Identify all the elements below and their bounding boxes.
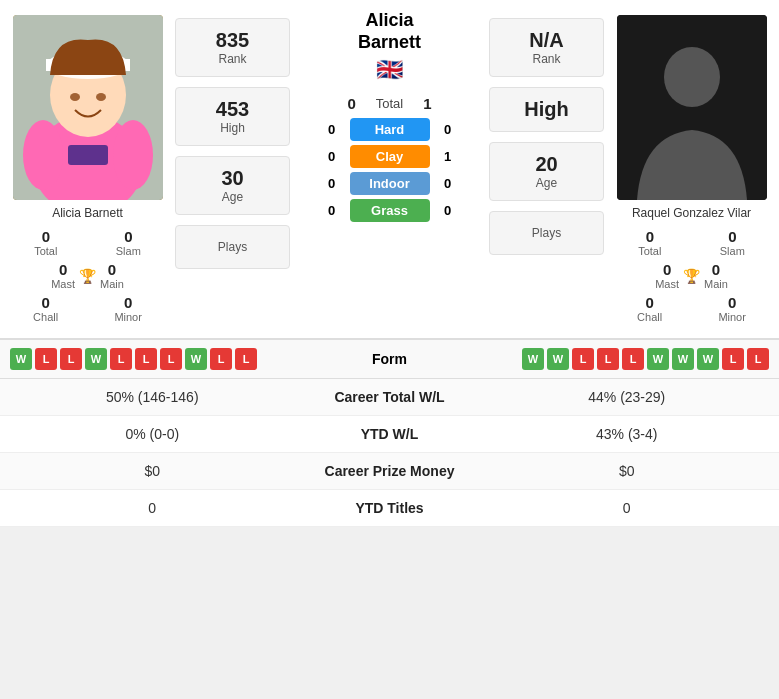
player-right-chall-row: 0 Chall 0 Minor [609,294,774,323]
stats-center-label: YTD Titles [290,500,490,516]
right-plays-box: Plays [489,211,604,255]
player-right-trophy-row: 0 Mast 🏆 0 Main [609,261,774,290]
form-badge-right: W [672,348,694,370]
form-badge-left: L [110,348,132,370]
svg-point-9 [113,120,153,190]
form-badge-left: L [210,348,232,370]
form-badge-left: L [160,348,182,370]
form-badge-right: L [722,348,744,370]
player-right-mast: 0 Mast [655,261,679,290]
form-badge-right: L [597,348,619,370]
player-left-photo [13,15,163,200]
player-left: Alicia Barnett 0 Total 0 Slam 0 Mast [0,10,175,328]
stats-left-value: $0 [15,463,290,479]
right-stats-box: N/A Rank High 20 Age Plays [489,10,604,328]
player-left-trophy-row: 0 Mast 🏆 0 Main [5,261,170,290]
form-right: WWLLLWWWLL [458,348,770,370]
stats-center-label: Career Total W/L [290,389,490,405]
stats-table-row: 50% (146-146)Career Total W/L44% (23-29) [0,379,779,416]
clay-btn[interactable]: Clay [350,145,430,168]
stats-table-row: 0% (0-0)YTD W/L43% (3-4) [0,416,779,453]
player-left-stats: 0 Total 0 Slam 0 Mast 🏆 0 [5,228,170,323]
left-plays-box: Plays [175,225,290,269]
trophy-icon-left: 🏆 [79,268,96,284]
form-badge-right: L [622,348,644,370]
stats-table: 50% (146-146)Career Total W/L44% (23-29)… [0,379,779,527]
svg-point-7 [96,93,106,101]
player-left-slam: 0 Slam [116,228,141,257]
stats-left-value: 0% (0-0) [15,426,290,442]
form-badge-right: L [572,348,594,370]
stats-right-value: 0 [490,500,765,516]
svg-point-6 [70,93,80,101]
right-rank-box: N/A Rank [489,18,604,77]
player-right-photo [617,15,767,200]
player-left-mast: 0 Mast [51,261,75,290]
player-right-slam: 0 Slam [720,228,745,257]
left-high-box: 453 High [175,87,290,146]
player-right-total: 0 Total [638,228,661,257]
form-badge-left: L [35,348,57,370]
main-container: Alicia Barnett 0 Total 0 Slam 0 Mast [0,0,779,527]
form-badge-left: W [85,348,107,370]
center-section: Alicia Barnett 🇬🇧 0 Total 1 0 Hard 0 [290,10,489,328]
player-left-chall-row: 0 Chall 0 Minor [5,294,170,323]
player-right-minor: 0 Minor [718,294,746,323]
player-left-chall: 0 Chall [33,294,58,323]
hard-btn[interactable]: Hard [350,118,430,141]
svg-point-8 [23,120,63,190]
hard-row: 0 Hard 0 [295,118,484,141]
player-left-main: 0 Main [100,261,124,290]
left-stats-box: 835 Rank 453 High 30 Age Plays [175,10,290,328]
stats-right-value: 44% (23-29) [490,389,765,405]
right-high-box: High [489,87,604,132]
form-badge-left: W [185,348,207,370]
player-left-name-center: Alicia Barnett [358,10,421,53]
player-left-minor: 0 Minor [114,294,142,323]
form-badge-left: L [135,348,157,370]
form-badge-right: L [747,348,769,370]
right-age-box: 20 Age [489,142,604,201]
player-right-chall: 0 Chall [637,294,662,323]
player-right-stats: 0 Total 0 Slam 0 Mast 🏆 0 [609,228,774,323]
left-age-box: 30 Age [175,156,290,215]
form-left: WLLWLLLWLL [10,348,322,370]
form-badge-right: W [697,348,719,370]
player-left-total: 0 Total [34,228,57,257]
player-right-main: 0 Main [704,261,728,290]
surfaces-container: 0 Hard 0 0 Clay 1 0 Indoor 0 0 Grass [295,118,484,222]
stats-center-label: Career Prize Money [290,463,490,479]
left-rank-box: 835 Rank [175,18,290,77]
form-section: WLLWLLLWLL Form WWLLLWWWLL [0,339,779,379]
stats-center-label: YTD W/L [290,426,490,442]
stats-table-row: 0YTD Titles0 [0,490,779,527]
form-badge-right: W [647,348,669,370]
form-badge-left: L [235,348,257,370]
clay-row: 0 Clay 1 [295,145,484,168]
player-right: Raquel Gonzalez Vilar 0 Total 0 Slam 0 [604,10,779,328]
player-right-totals-row: 0 Total 0 Slam [609,228,774,257]
top-section: Alicia Barnett 0 Total 0 Slam 0 Mast [0,0,779,339]
stats-left-value: 50% (146-146) [15,389,290,405]
stats-table-row: $0Career Prize Money$0 [0,453,779,490]
form-badge-right: W [522,348,544,370]
stats-left-value: 0 [15,500,290,516]
form-badge-left: W [10,348,32,370]
svg-point-12 [664,47,720,107]
grass-row: 0 Grass 0 [295,199,484,222]
form-center-label: Form [330,351,450,367]
player-right-name: Raquel Gonzalez Vilar [632,206,751,220]
player-left-name: Alicia Barnett [52,206,123,220]
player-left-totals-row: 0 Total 0 Slam [5,228,170,257]
svg-rect-10 [68,145,108,165]
form-badge-right: W [547,348,569,370]
indoor-btn[interactable]: Indoor [350,172,430,195]
form-badge-left: L [60,348,82,370]
grass-btn[interactable]: Grass [350,199,430,222]
player-left-flag: 🇬🇧 [376,57,403,83]
stats-right-value: 43% (3-4) [490,426,765,442]
total-row: 0 Total 1 [347,95,431,112]
player-left-photo-inner [13,15,163,200]
indoor-row: 0 Indoor 0 [295,172,484,195]
trophy-icon-right: 🏆 [683,268,700,284]
